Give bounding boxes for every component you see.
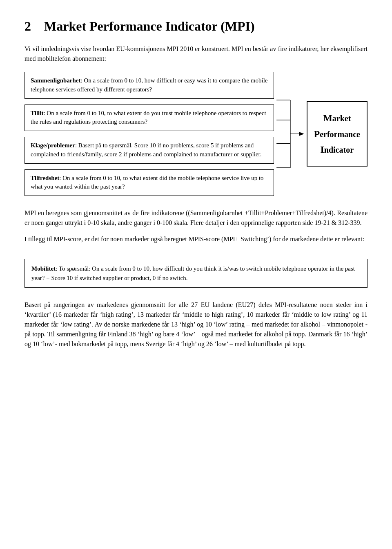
body-paragraph-2: I tillegg til MPI-score, er det for noen… bbox=[24, 234, 368, 244]
tillit-label: Tillit bbox=[31, 110, 43, 116]
sammenlignbarhet-box: Sammenlignbarhet: On a scale from 0 to 1… bbox=[24, 72, 274, 99]
mpi-i: I bbox=[320, 144, 324, 155]
tilfredshet-text: : On a scale from 0 to 10, to what exten… bbox=[31, 175, 264, 190]
heading-number: 2 bbox=[24, 19, 31, 33]
page-heading: 2 Market Performance Indicator (MPI) bbox=[24, 16, 368, 36]
mpi-result-box: Market Performance Indicator bbox=[307, 101, 368, 166]
mpi-erformance: erformance bbox=[320, 130, 360, 139]
mpi-diagram: Sammenlignbarhet: On a scale from 0 to 1… bbox=[24, 72, 368, 196]
tilfredshet-box: Tilfredshet: On a scale from 0 to 10, to… bbox=[24, 169, 274, 196]
mpi-p: P bbox=[314, 129, 320, 139]
final-paragraph: Basert på rangeringen av markedenes gjen… bbox=[24, 300, 368, 349]
mpi-arket: arket bbox=[332, 114, 351, 123]
mpi-m: M bbox=[323, 113, 332, 123]
klage-box: Klage/problemer: Basert på to spørsmål. … bbox=[24, 137, 274, 164]
klage-label: Klage/problemer bbox=[31, 142, 75, 149]
mobility-label: Mobilitet bbox=[31, 265, 56, 272]
svg-marker-6 bbox=[299, 132, 304, 136]
arrow-svg bbox=[274, 89, 307, 179]
mobility-box: Mobilitet: To spørsmål: On a scale from … bbox=[24, 259, 368, 288]
body-paragraph-1: MPI en beregnes som gjennomsnittet av de… bbox=[24, 208, 368, 228]
tilfredshet-label: Tilfredshet bbox=[31, 175, 59, 181]
heading-title: Market Performance Indicator (MPI) bbox=[44, 19, 255, 33]
mobility-text: : To spørsmål: On a scale from 0 to 10, … bbox=[31, 265, 355, 281]
intro-paragraph: Vi vil innledningsvis vise hvordan EU-ko… bbox=[24, 44, 368, 64]
sammenlignbarhet-label: Sammenlignbarhet bbox=[31, 77, 81, 84]
tillit-box: Tillit: On a scale from 0 to 10, to what… bbox=[24, 104, 274, 131]
indicator-boxes: Sammenlignbarhet: On a scale from 0 to 1… bbox=[24, 72, 274, 196]
tillit-text: : On a scale from 0 to 10, to what exten… bbox=[31, 110, 266, 125]
mpi-ndicator: ndicator bbox=[324, 145, 354, 154]
arrow-connector bbox=[274, 89, 307, 179]
